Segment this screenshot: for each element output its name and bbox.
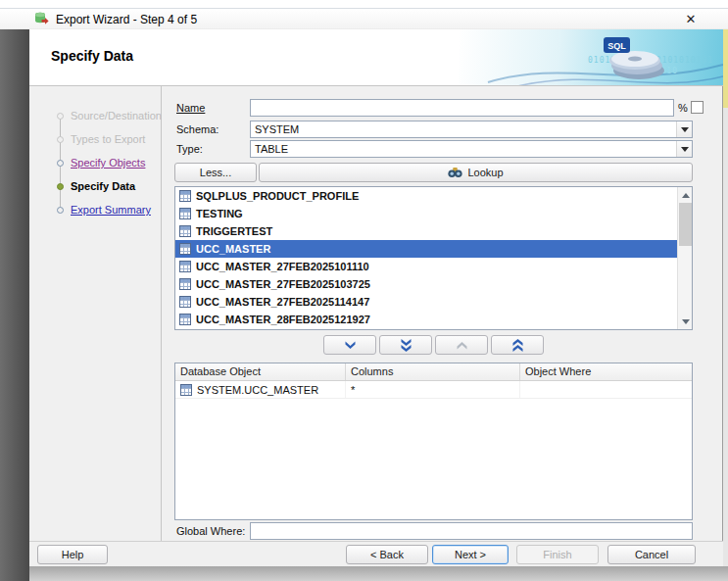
sidebar-item-source-destination: Source/Destination [57,109,162,122]
table-icon [179,225,191,237]
scrollbar-thumb[interactable] [679,203,692,246]
column-header-database-object[interactable]: Database Object [175,363,346,380]
percent-label: % [678,102,688,114]
page-title: Specify Data [51,48,133,64]
list-scrollbar[interactable] [677,187,692,329]
double-chevron-up-icon [511,339,524,352]
name-filter-checkbox[interactable] [691,101,704,114]
window-title: Export Wizard - Step 4 of 5 [56,13,197,26]
chevron-down-icon[interactable] [676,141,692,157]
list-item[interactable]: TRIGGERTEST [175,222,692,240]
sidebar-item-specify-objects[interactable]: Specify Objects [57,156,145,169]
table-icon [179,314,191,325]
schema-label: Schema: [176,123,218,135]
selected-objects-table: Database Object Columns Object Where SYS… [174,363,693,520]
type-select[interactable]: TABLE [250,140,693,158]
table-icon [179,208,191,219]
table-icon [180,384,192,396]
available-objects-list: SQLPLUS_PRODUCT_PROFILE TESTING TRIGGERT… [174,186,693,330]
sidebar-item-export-summary[interactable]: Export Summary [57,203,151,217]
help-button[interactable]: Help [37,545,108,564]
list-item[interactable]: TESTING [175,205,692,222]
chevron-up-icon [456,341,468,350]
dialog-footer: Help < Back Next > Finish Cancel [29,541,723,566]
move-all-up-button[interactable] [491,335,544,355]
column-header-columns[interactable]: Columns [346,363,520,380]
list-item[interactable]: UCC_MASTER_27FEB2025103725 [175,275,692,293]
next-button[interactable]: Next > [432,545,509,564]
sidebar-item-specify-data: Specify Data [57,179,135,193]
sql-discs-logo: SQL [602,35,672,84]
list-item[interactable]: SQLPLUS_PRODUCT_PROFILE [175,187,692,205]
table-icon [179,190,191,202]
wizard-steps-panel: Source/Destination Types to Export Speci… [29,86,162,541]
table-row[interactable]: SYSTEM.UCC_MASTER * [175,381,692,399]
step-bullet-icon [57,113,64,120]
wizard-header: 0101010101010101010101 01010101010 SQL S… [29,29,723,86]
list-item-selected[interactable]: UCC_MASTER [175,240,692,258]
move-down-button[interactable] [323,335,376,355]
close-button[interactable]: ✕ [680,10,702,29]
step-bullet-icon [57,160,64,167]
list-item[interactable]: UCC_MASTER_27FEB2025114147 [175,293,692,311]
global-where-label: Global Where: [176,525,245,537]
header-banner: 0101010101010101010101 01010101010 SQL [459,29,723,86]
finish-button: Finish [516,545,599,564]
name-input[interactable] [250,99,674,117]
less-button[interactable]: Less... [174,163,257,182]
title-bar: Export Wizard - Step 4 of 5 ✕ [0,8,728,29]
table-icon [179,243,191,255]
chevron-down-icon [344,341,357,350]
name-label: Name [176,102,205,114]
export-wizard-dialog: 0101010101010101010101 01010101010 SQL S… [29,29,723,566]
global-where-input[interactable] [250,522,693,540]
schema-select[interactable]: SYSTEM [250,121,693,138]
lookup-button[interactable]: Lookup [259,163,693,182]
sidebar-item-types-to-export: Types to Export [57,132,145,146]
chevron-down-icon[interactable] [676,121,692,137]
type-label: Type: [176,143,203,155]
column-header-object-where[interactable]: Object Where [520,363,692,380]
svg-text:SQL: SQL [607,41,626,51]
list-item[interactable]: UCC_MASTER_27FEB2025101110 [175,258,692,275]
scrollbar-up-button[interactable] [678,187,693,202]
step-bullet-icon [57,207,64,214]
list-item[interactable]: UCC_MASTER_28FEB2025121927 [175,311,692,328]
binoculars-icon [448,167,462,178]
export-wizard-icon [33,11,49,26]
step-bullet-icon [57,136,64,143]
step-bullet-icon [57,183,64,190]
background-app-edge-yellow [723,29,728,108]
background-app-panel [0,29,29,581]
scrollbar-down-button[interactable] [678,315,693,329]
cancel-button[interactable]: Cancel [607,545,696,564]
move-all-down-button[interactable] [379,335,432,355]
table-header-row: Database Object Columns Object Where [175,363,692,381]
background-app-bottom [29,566,728,581]
table-icon [179,261,191,272]
table-icon [179,278,191,290]
table-icon [179,296,191,308]
back-button[interactable]: < Back [346,545,428,564]
screen: Export Wizard - Step 4 of 5 ✕ 0101010101… [0,0,728,581]
move-up-button [435,335,488,355]
double-chevron-down-icon [400,339,413,352]
background-app-edge [723,29,728,566]
